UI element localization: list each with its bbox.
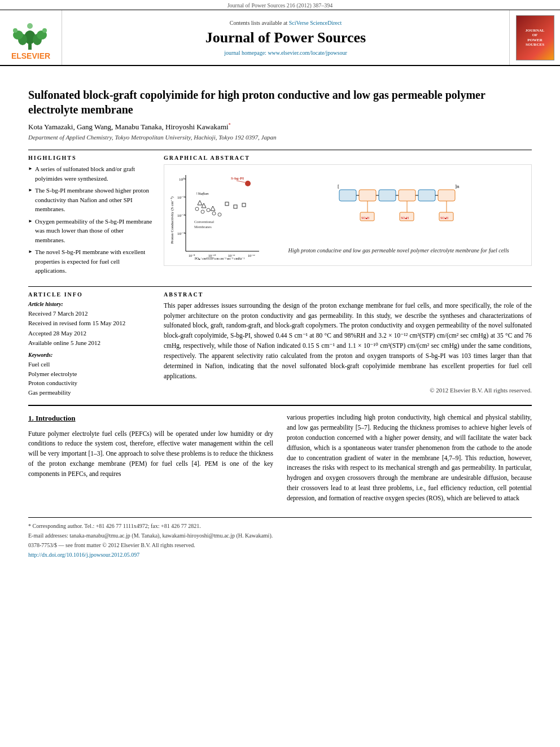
journal-homepage: journal homepage: www.elsevier.com/locat… xyxy=(224,50,347,56)
svg-point-6 xyxy=(13,28,18,33)
article-content: Sulfonated block-graft copolyimide for h… xyxy=(0,66,560,572)
info-abstract-row: Article Info Article history: Received 7… xyxy=(28,291,532,397)
svg-rect-43 xyxy=(359,190,376,201)
abstract-section: Abstract This paper addresses issues sur… xyxy=(164,291,532,397)
svg-text:10⁻¹: 10⁻¹ xyxy=(177,195,185,200)
sciverse-text: Contents lists available at xyxy=(230,20,287,26)
elsevier-wordmark: ELSEVIER xyxy=(11,51,50,60)
svg-line-31 xyxy=(237,181,245,182)
doi-note: http://dx.doi.org/10.1016/j.jpowsour.201… xyxy=(28,551,532,559)
article-footer: * Corresponding author. Tel.: +81 426 77… xyxy=(28,517,532,559)
main-divider xyxy=(28,405,532,406)
svg-rect-39 xyxy=(225,202,229,206)
received-date: Received 7 March 2012 xyxy=(28,309,152,318)
body-col-left: 1. Introduction Future polymer electroly… xyxy=(28,413,273,508)
chart-area: Proton Conductivity (S cm⁻¹) 10⁰ 10⁻¹ 10… xyxy=(169,169,265,260)
svg-text:↑Nafion: ↑Nafion xyxy=(196,191,209,196)
copyright: © 2012 Elsevier B.V. All rights reserved… xyxy=(164,386,532,395)
journal-ref-text: Journal of Power Sources 216 (2012) 387–… xyxy=(228,2,333,8)
svg-point-33 xyxy=(201,210,204,213)
intro-heading: 1. Introduction xyxy=(28,413,273,424)
highlights-list: A series of sulfonated block and/or graf… xyxy=(28,164,152,276)
body-col-right: various properties including high proton… xyxy=(287,413,532,508)
journal-header: ELSEVIER Contents lists available at Sci… xyxy=(0,10,560,66)
svg-text:10⁻²: 10⁻² xyxy=(177,213,185,218)
svg-marker-25 xyxy=(202,203,206,208)
polymer-svg: SO₃H SO₃H SO₃H [ ]n xyxy=(336,176,461,243)
svg-point-36 xyxy=(218,213,221,216)
svg-text:Membranes: Membranes xyxy=(194,225,212,229)
intro-paragraph-1: Future polymer electrolyte fuel cells (P… xyxy=(28,429,273,479)
elsevier-logo-area: ELSEVIER xyxy=(0,10,62,65)
authors: Kota Yamazaki, Gang Wang, Manabu Tanaka,… xyxy=(28,123,532,132)
journal-cover-thumb: JOURNALOFPOWERSOURCES xyxy=(516,15,554,60)
intro-paragraph-2: various properties including high proton… xyxy=(287,413,532,503)
svg-point-29 xyxy=(245,181,251,186)
highlight-item: Oxygen permeability of the S-bg-PI membr… xyxy=(28,217,152,245)
elsevier-logo: ELSEVIER xyxy=(7,15,55,60)
article-info-section: Article Info Article history: Received 7… xyxy=(28,291,152,397)
keyword-item: Fuel cell xyxy=(28,360,152,369)
keyword-item: Gas permeability xyxy=(28,388,152,397)
abstract-text: This paper addresses issues surrounding … xyxy=(164,301,532,396)
svg-text:Conventional: Conventional xyxy=(194,220,214,224)
keywords-list: Fuel cell Polymer electrolyte Proton con… xyxy=(28,360,152,397)
svg-text:10⁻¹²: 10⁻¹² xyxy=(248,254,255,257)
svg-rect-44 xyxy=(379,190,396,201)
body-text-section: 1. Introduction Future polymer electroly… xyxy=(28,413,532,508)
svg-text:SO₃H: SO₃H xyxy=(361,216,370,220)
intro-title: Introduction xyxy=(36,414,76,422)
available-date: Available online 5 June 2012 xyxy=(28,339,152,347)
article-info-label: Article Info xyxy=(28,291,152,298)
svg-text:10⁻³: 10⁻³ xyxy=(177,231,185,236)
svg-point-34 xyxy=(207,208,210,212)
homepage-link[interactable]: journal homepage: www.elsevier.com/locat… xyxy=(224,50,347,56)
intro-number: 1. xyxy=(28,414,34,422)
article-history-label: Article history: xyxy=(28,301,152,307)
graphical-abstract-section: Graphical Abstract Proton Conductivity (… xyxy=(164,155,532,278)
sciverse-line: Contents lists available at SciVerse Sci… xyxy=(230,20,342,26)
accepted-date: Accepted 28 May 2012 xyxy=(28,329,152,338)
svg-marker-27 xyxy=(198,200,202,205)
svg-rect-46 xyxy=(418,190,435,201)
conductivity-chart: Proton Conductivity (S cm⁻¹) 10⁰ 10⁻¹ 10… xyxy=(169,169,265,260)
affiliation: Department of Applied Chemistry, Tokyo M… xyxy=(28,134,532,141)
svg-rect-40 xyxy=(234,205,237,208)
abstract-label: Abstract xyxy=(164,291,532,298)
svg-rect-42 xyxy=(339,190,356,201)
svg-point-35 xyxy=(212,212,216,215)
doi-link[interactable]: http://dx.doi.org/10.1016/j.jpowsour.201… xyxy=(28,552,139,558)
email-note: E-mail addresses: tanaka-manabu@tmu.ac.j… xyxy=(28,532,532,540)
polymer-diagram: SO₃H SO₃H SO₃H [ ]n High proton conducit… xyxy=(270,176,527,254)
keyword-item: Polymer electrolyte xyxy=(28,369,152,379)
svg-text:]n: ]n xyxy=(455,184,460,189)
highlight-item: The novel S-bg-PI membrane with excellen… xyxy=(28,247,152,276)
graphical-abstract-label: Graphical Abstract xyxy=(164,155,532,161)
svg-text:PO₂ / cm²(STP) cm cm⁻² sec⁻¹ c: PO₂ / cm²(STP) cm cm⁻² sec⁻¹ cmHg⁻¹ xyxy=(195,257,245,260)
authors-text: Kota Yamazaki, Gang Wang, Manabu Tanaka,… xyxy=(28,123,231,131)
journal-title: Journal of Power Sources xyxy=(205,29,366,46)
svg-point-8 xyxy=(27,23,33,29)
svg-point-7 xyxy=(42,28,47,33)
graphical-abstract-inner: Proton Conductivity (S cm⁻¹) 10⁰ 10⁻¹ 10… xyxy=(169,169,527,260)
keyword-item: Proton conductivity xyxy=(28,378,152,388)
sciverse-link[interactable]: SciVerse ScienceDirect xyxy=(289,20,342,26)
journal-cover-area: JOURNALOFPOWERSOURCES xyxy=(509,10,560,65)
svg-rect-45 xyxy=(399,190,415,201)
divider-1 xyxy=(28,150,532,150)
journal-header-center: Contents lists available at SciVerse Sci… xyxy=(62,10,509,65)
svg-text:SO₃H: SO₃H xyxy=(440,216,449,220)
svg-rect-47 xyxy=(438,190,455,201)
divider-2 xyxy=(28,286,532,287)
keywords-label: Keywords: xyxy=(28,352,152,358)
highlight-item: A series of sulfonated block and/or graf… xyxy=(28,164,152,183)
highlight-item: The S-bg-PI membrane showed higher proto… xyxy=(28,186,152,214)
journal-ref-bar: Journal of Power Sources 216 (2012) 387–… xyxy=(0,0,560,10)
highlights-label: Highlights xyxy=(28,155,152,161)
svg-text:SO₃H: SO₃H xyxy=(401,216,409,220)
elsevier-tree-svg xyxy=(7,15,55,51)
svg-text:S-bg-PI: S-bg-PI xyxy=(231,176,244,181)
highlights-graphical-row: Highlights A series of sulfonated block … xyxy=(28,155,532,278)
abstract-paragraph: This paper addresses issues surrounding … xyxy=(164,301,532,382)
svg-text:10⁰: 10⁰ xyxy=(179,177,185,182)
